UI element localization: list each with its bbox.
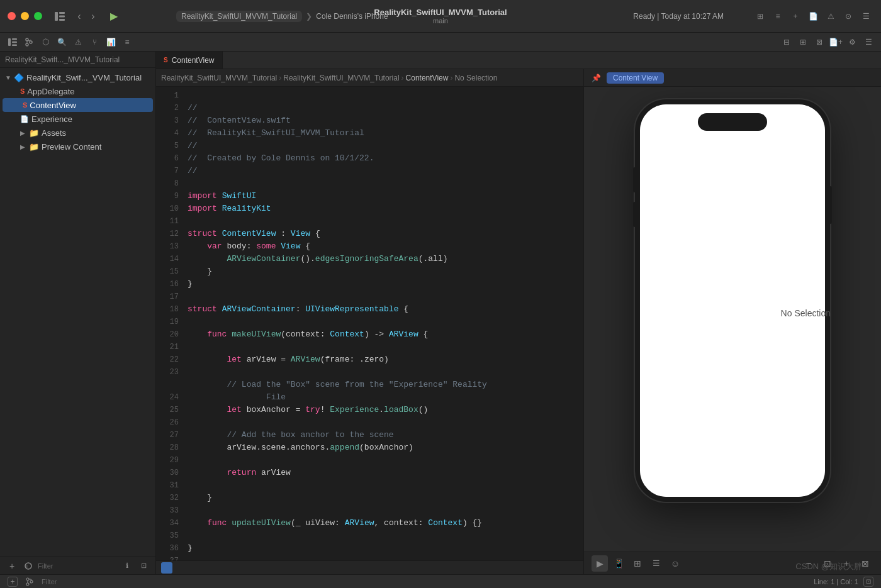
assets-label: Assets bbox=[42, 128, 66, 138]
sidebar-expand-button[interactable]: ⊡ bbox=[137, 559, 150, 573]
report-btn[interactable]: 📊 bbox=[103, 35, 118, 49]
preview-grid-btn[interactable]: ⊞ bbox=[629, 555, 646, 572]
expand-arrow-assets: ▶ bbox=[20, 130, 26, 136]
preview-label: Content View bbox=[607, 72, 664, 84]
warning-btn[interactable]: ⚠ bbox=[70, 35, 86, 49]
preview-play-btn[interactable]: ▶ bbox=[592, 555, 608, 572]
preview-device-area: No Selection bbox=[584, 87, 881, 552]
code-content-area: 1 2 3 4 5 6 7 8 9 10 11 12 13 bbox=[156, 87, 583, 560]
editor-layout-3[interactable]: ⊠ bbox=[812, 35, 827, 49]
expand-arrow-preview: ▶ bbox=[20, 143, 26, 150]
traffic-lights bbox=[8, 12, 42, 20]
sidebar-nav-btn[interactable] bbox=[5, 35, 20, 49]
sidebar-toggle-button[interactable] bbox=[52, 9, 67, 23]
path-file[interactable]: ContentView bbox=[406, 74, 449, 82]
editor-layout-2[interactable]: ⊞ bbox=[795, 35, 811, 49]
issue-navigator-button[interactable]: ⚠ bbox=[823, 9, 838, 23]
editor-tab-bar: S ContentView bbox=[156, 52, 881, 69]
right-panel-btn[interactable]: ☰ bbox=[861, 35, 876, 49]
preview-face-btn[interactable]: ☺ bbox=[667, 555, 683, 572]
code-review-button[interactable]: ⊞ bbox=[753, 9, 768, 23]
close-button[interactable] bbox=[8, 12, 16, 20]
git-btn[interactable]: ⑂ bbox=[87, 35, 102, 49]
svg-rect-2 bbox=[59, 15, 65, 17]
svg-rect-7 bbox=[12, 44, 17, 46]
add-editor-button[interactable]: + bbox=[788, 9, 803, 23]
svg-point-9 bbox=[26, 43, 28, 46]
sidebar-item-preview-content[interactable]: ▶ 📁 Preview Content bbox=[0, 140, 155, 153]
svg-rect-4 bbox=[8, 38, 11, 46]
phone-side-button bbox=[829, 186, 832, 224]
build-status: Ready | Today at 10:27 AM bbox=[633, 12, 724, 21]
sidebar-project-header: RealityKit_Swift..._MVVM_Tutorial bbox=[0, 52, 155, 68]
right-inspector-toggle[interactable]: ☰ bbox=[858, 9, 873, 23]
preview-device-btn[interactable]: 📱 bbox=[610, 555, 627, 572]
source-control-btn[interactable] bbox=[21, 35, 36, 49]
more-btn[interactable]: ≡ bbox=[120, 35, 135, 49]
search-btn[interactable]: 🔍 bbox=[54, 35, 69, 49]
add-file-button[interactable]: + bbox=[5, 559, 19, 573]
titlebar: ‹ › ▶ RealityKit_SwiftUI_MVVM_Tutorial m… bbox=[0, 0, 881, 33]
status-add-button[interactable]: + bbox=[8, 577, 18, 587]
svg-point-8 bbox=[26, 38, 28, 41]
path-sep-1: › bbox=[279, 74, 281, 82]
minimize-button[interactable] bbox=[21, 12, 29, 20]
path-project[interactable]: RealityKit_SwiftUI_MVVM_Tutorial bbox=[161, 74, 277, 82]
svg-rect-6 bbox=[12, 41, 17, 43]
preview-layers-btn[interactable]: ☰ bbox=[648, 555, 665, 572]
settings-btn[interactable]: ⚙ bbox=[845, 35, 860, 49]
library-button[interactable]: 📄 bbox=[805, 9, 821, 23]
editor-bottom-toolbar bbox=[156, 560, 583, 574]
svg-point-15 bbox=[30, 580, 33, 583]
tab-contentview[interactable]: S ContentView bbox=[156, 52, 223, 69]
project-name-label: RealityKit_Swift..._MVVM_Tutorial bbox=[5, 55, 120, 64]
scheme-device-bar: RealityKit_SwiftUI_MVVM_Tutorial ❯ Cole … bbox=[176, 11, 388, 22]
xcode-window: ‹ › ▶ RealityKit_SwiftUI_MVVM_Tutorial m… bbox=[0, 0, 881, 588]
status-source-control-btn[interactable] bbox=[23, 576, 36, 587]
maximize-button[interactable] bbox=[34, 12, 42, 20]
file-icon-experience: 📄 bbox=[20, 115, 29, 123]
line-numbers: 1 2 3 4 5 6 7 8 9 10 11 12 13 bbox=[156, 87, 182, 560]
tab-label: ContentView bbox=[172, 56, 215, 65]
status-expand-button[interactable]: ⊡ bbox=[863, 577, 873, 587]
project-title: RealityKit_SwiftUI_MVVM_Tutorial bbox=[374, 8, 507, 17]
path-folder[interactable]: RealityKit_SwiftUI_MVVM_Tutorial bbox=[283, 74, 399, 82]
sidebar-item-appdelegate[interactable]: S AppDelegate bbox=[0, 84, 155, 98]
status-filter-label: Filter bbox=[42, 578, 57, 585]
code-text[interactable]: // // ContentView.swift // RealityKit_Sw… bbox=[182, 87, 583, 560]
scheme-selector[interactable]: RealityKit_SwiftUI_MVVM_Tutorial bbox=[176, 11, 302, 22]
sidebar-item-experience[interactable]: 📄 Experience bbox=[0, 112, 155, 126]
nav-forward-button[interactable]: › bbox=[86, 9, 100, 23]
preview-content-label: Preview Content bbox=[42, 142, 101, 152]
preview-panel: 📌 Content View bbox=[584, 69, 881, 574]
code-editor: RealityKit_SwiftUI_MVVM_Tutorial › Reali… bbox=[156, 69, 584, 574]
sidebar-item-root[interactable]: ▼ 🔷 RealityKit_Swif..._VVM_Tutorial bbox=[0, 70, 155, 84]
no-selection-label: No Selection bbox=[781, 308, 831, 318]
status-right: Line: 1 | Col: 1 ⊡ bbox=[814, 577, 873, 587]
sidebar-item-contentview[interactable]: S ContentView bbox=[3, 98, 153, 112]
secondary-toolbar: ⬡ 🔍 ⚠ ⑂ 📊 ≡ ⊟ ⊞ ⊠ 📄+ ⚙ ☰ bbox=[0, 33, 881, 52]
sidebar-item-assets[interactable]: ▶ 📁 Assets bbox=[0, 126, 155, 140]
editor-mode-btn[interactable] bbox=[161, 562, 172, 574]
svg-point-13 bbox=[26, 578, 29, 580]
run-button[interactable]: ▶ bbox=[105, 9, 123, 23]
inspector-button[interactable]: ≡ bbox=[770, 9, 785, 23]
path-sep-3: › bbox=[450, 74, 452, 82]
test-button[interactable]: ⊙ bbox=[841, 9, 856, 23]
svg-text:i: i bbox=[26, 563, 28, 569]
breakpoint-btn[interactable]: ⬡ bbox=[38, 35, 53, 49]
add-file-btn[interactable]: 📄+ bbox=[828, 35, 843, 49]
preview-pin-button[interactable]: 📌 bbox=[589, 71, 603, 85]
sidebar-file-list: ▼ 🔷 RealityKit_Swif..._VVM_Tutorial S Ap… bbox=[0, 68, 155, 557]
editor-layout-1[interactable]: ⊟ bbox=[779, 35, 794, 49]
nav-back-button[interactable]: ‹ bbox=[72, 9, 86, 23]
phone-notch bbox=[698, 113, 767, 131]
path-selection: No Selection bbox=[454, 74, 497, 82]
sidebar-info-button[interactable]: ℹ bbox=[120, 559, 134, 573]
contentview-label: ContentView bbox=[30, 101, 76, 110]
phone-vol-up bbox=[633, 167, 636, 192]
status-left: + Filter bbox=[8, 576, 57, 587]
path-sep-2: › bbox=[401, 74, 404, 82]
sidebar-filter-button[interactable]: i bbox=[21, 559, 35, 573]
editor-preview-container: S ContentView RealityKit_SwiftUI_MVVM_Tu… bbox=[156, 52, 881, 574]
